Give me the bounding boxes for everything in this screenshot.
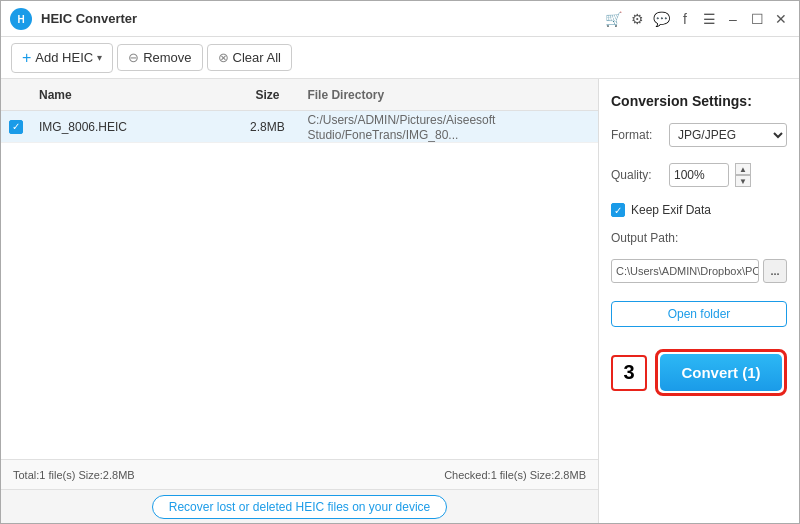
- format-row: Format: JPG/JPEG PNG PDF GIF: [611, 123, 787, 147]
- checkbox-checked[interactable]: [9, 120, 23, 134]
- app-title: HEIC Converter: [41, 11, 603, 26]
- add-icon: +: [22, 49, 31, 67]
- col-dir-header: File Directory: [307, 87, 590, 102]
- menu-icon[interactable]: ☰: [699, 9, 719, 29]
- output-path-row: C:\Users\ADMIN\Dropbox\PC\ ...: [611, 259, 787, 283]
- right-panel: Conversion Settings: Format: JPG/JPEG PN…: [599, 79, 799, 523]
- output-path-display: C:\Users\ADMIN\Dropbox\PC\: [611, 259, 759, 283]
- exif-row: Keep Exif Data: [611, 203, 787, 217]
- open-folder-button[interactable]: Open folder: [611, 301, 787, 327]
- title-bar-controls: 🛒 ⚙ 💬 f ☰ – ☐ ✕: [603, 9, 791, 29]
- clear-all-button[interactable]: ⊗ Clear All: [207, 44, 292, 71]
- facebook-icon[interactable]: f: [675, 9, 695, 29]
- cart-icon[interactable]: 🛒: [603, 9, 623, 29]
- step-badge: 3: [611, 355, 647, 391]
- minimize-button[interactable]: –: [723, 9, 743, 29]
- format-select[interactable]: JPG/JPEG PNG PDF GIF: [669, 123, 787, 147]
- row-name: IMG_8006.HEIC: [39, 119, 227, 134]
- col-size-header: Size: [227, 87, 307, 102]
- browse-button[interactable]: ...: [763, 259, 787, 283]
- status-bar: Total:1 file(s) Size:2.8MB Checked:1 fil…: [1, 459, 598, 489]
- settings-icon[interactable]: ⚙: [627, 9, 647, 29]
- chat-icon[interactable]: 💬: [651, 9, 671, 29]
- remove-icon: ⊖: [128, 50, 139, 65]
- app-logo: H: [9, 7, 33, 31]
- toolbar: + Add HEIC ▾ ⊖ Remove ⊗ Clear All: [1, 37, 799, 79]
- add-heic-button[interactable]: + Add HEIC ▾: [11, 43, 113, 73]
- format-label: Format:: [611, 128, 663, 142]
- exif-checkbox[interactable]: [611, 203, 625, 217]
- clear-icon: ⊗: [218, 50, 229, 65]
- remove-button[interactable]: ⊖ Remove: [117, 44, 202, 71]
- table-row[interactable]: IMG_8006.HEIC 2.8MB C:/Users/ADMIN/Pictu…: [1, 111, 598, 143]
- file-area: Name Size File Directory IMG_8006.HEIC 2…: [1, 79, 599, 523]
- convert-button[interactable]: Convert (1): [660, 354, 782, 391]
- add-heic-label: Add HEIC: [35, 50, 93, 65]
- remove-label: Remove: [143, 50, 191, 65]
- title-bar: H HEIC Converter 🛒 ⚙ 💬 f ☰ – ☐ ✕: [1, 1, 799, 37]
- exif-label: Keep Exif Data: [631, 203, 711, 217]
- quality-input[interactable]: [669, 163, 729, 187]
- quality-label: Quality:: [611, 168, 663, 182]
- table-body: IMG_8006.HEIC 2.8MB C:/Users/ADMIN/Pictu…: [1, 111, 598, 459]
- recovery-bar: Recover lost or deleted HEIC files on yo…: [1, 489, 598, 523]
- col-name-header: Name: [39, 87, 227, 102]
- quality-row: Quality: ▲ ▼: [611, 163, 787, 187]
- maximize-button[interactable]: ☐: [747, 9, 767, 29]
- quality-spinner: ▲ ▼: [735, 163, 751, 187]
- row-dir: C:/Users/ADMIN/Pictures/Aiseesoft Studio…: [307, 112, 590, 142]
- quality-up-button[interactable]: ▲: [735, 163, 751, 175]
- clear-all-label: Clear All: [233, 50, 281, 65]
- panel-title: Conversion Settings:: [611, 93, 787, 109]
- convert-button-wrapper: Convert (1): [655, 349, 787, 396]
- status-right: Checked:1 file(s) Size:2.8MB: [444, 469, 586, 481]
- dropdown-arrow-icon[interactable]: ▾: [97, 52, 102, 63]
- output-label: Output Path:: [611, 231, 787, 245]
- quality-down-button[interactable]: ▼: [735, 175, 751, 187]
- close-button[interactable]: ✕: [771, 9, 791, 29]
- status-left: Total:1 file(s) Size:2.8MB: [13, 469, 135, 481]
- table-header: Name Size File Directory: [1, 79, 598, 111]
- recovery-button[interactable]: Recover lost or deleted HEIC files on yo…: [152, 495, 447, 519]
- row-size: 2.8MB: [227, 119, 307, 134]
- main-content: Name Size File Directory IMG_8006.HEIC 2…: [1, 79, 799, 523]
- svg-text:H: H: [17, 14, 24, 25]
- row-checkbox[interactable]: [9, 120, 39, 134]
- convert-area: 3 Convert (1): [611, 349, 787, 396]
